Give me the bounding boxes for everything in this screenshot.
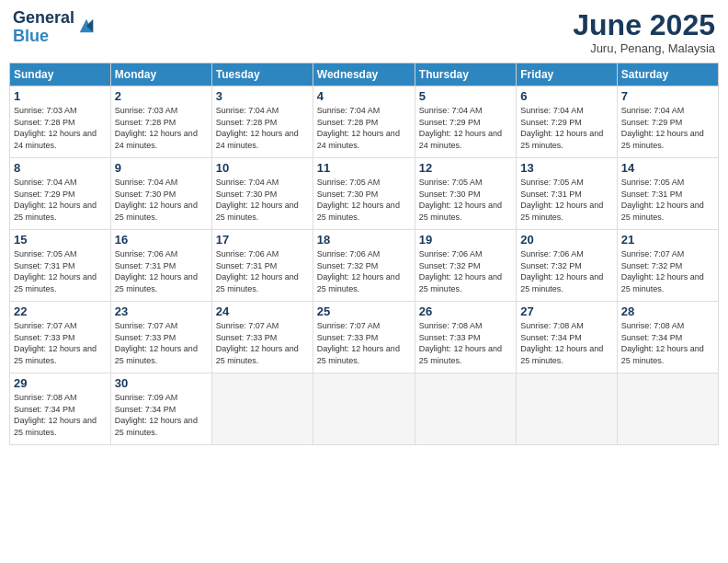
table-row: 17 Sunrise: 7:06 AMSunset: 7:31 PMDaylig… bbox=[211, 230, 313, 302]
day-info: Sunrise: 7:05 AMSunset: 7:30 PMDaylight:… bbox=[419, 178, 502, 222]
day-info: Sunrise: 7:03 AMSunset: 7:28 PMDaylight:… bbox=[14, 106, 97, 150]
calendar-week-3: 15 Sunrise: 7:05 AMSunset: 7:31 PMDaylig… bbox=[10, 230, 719, 302]
table-row: 4 Sunrise: 7:04 AMSunset: 7:28 PMDayligh… bbox=[313, 86, 415, 158]
table-row: 26 Sunrise: 7:08 AMSunset: 7:33 PMDaylig… bbox=[415, 302, 516, 373]
table-row: 10 Sunrise: 7:04 AMSunset: 7:30 PMDaylig… bbox=[211, 158, 313, 230]
day-info: Sunrise: 7:07 AMSunset: 7:32 PMDaylight:… bbox=[621, 249, 704, 293]
table-row: 2 Sunrise: 7:03 AMSunset: 7:28 PMDayligh… bbox=[110, 86, 211, 158]
day-info: Sunrise: 7:08 AMSunset: 7:34 PMDaylight:… bbox=[14, 393, 97, 437]
day-number: 30 bbox=[115, 376, 208, 390]
day-number: 3 bbox=[216, 89, 309, 103]
table-row: 9 Sunrise: 7:04 AMSunset: 7:30 PMDayligh… bbox=[110, 158, 211, 230]
day-number: 12 bbox=[419, 161, 512, 175]
table-row: 16 Sunrise: 7:06 AMSunset: 7:31 PMDaylig… bbox=[110, 230, 211, 302]
table-row bbox=[617, 373, 718, 445]
day-number: 21 bbox=[621, 233, 714, 247]
day-number: 5 bbox=[419, 89, 512, 103]
table-row: 22 Sunrise: 7:07 AMSunset: 7:33 PMDaylig… bbox=[10, 302, 111, 373]
table-row: 8 Sunrise: 7:04 AMSunset: 7:29 PMDayligh… bbox=[10, 158, 111, 230]
table-row: 23 Sunrise: 7:07 AMSunset: 7:33 PMDaylig… bbox=[110, 302, 211, 373]
day-info: Sunrise: 7:07 AMSunset: 7:33 PMDaylight:… bbox=[216, 321, 299, 365]
col-sunday: Sunday bbox=[10, 63, 111, 86]
table-row: 12 Sunrise: 7:05 AMSunset: 7:30 PMDaylig… bbox=[415, 158, 516, 230]
day-number: 20 bbox=[520, 233, 612, 247]
day-number: 8 bbox=[14, 161, 107, 175]
day-number: 13 bbox=[520, 161, 612, 175]
day-number: 23 bbox=[115, 304, 208, 318]
col-wednesday: Wednesday bbox=[313, 63, 415, 86]
logo: General Blue bbox=[13, 9, 97, 46]
day-info: Sunrise: 7:07 AMSunset: 7:33 PMDaylight:… bbox=[115, 321, 198, 365]
calendar-header-row: Sunday Monday Tuesday Wednesday Thursday… bbox=[10, 63, 719, 86]
day-number: 1 bbox=[14, 89, 107, 103]
day-number: 15 bbox=[14, 233, 107, 247]
table-row: 21 Sunrise: 7:07 AMSunset: 7:32 PMDaylig… bbox=[617, 230, 718, 302]
day-number: 10 bbox=[216, 161, 309, 175]
day-info: Sunrise: 7:08 AMSunset: 7:34 PMDaylight:… bbox=[520, 321, 603, 365]
day-number: 11 bbox=[317, 161, 411, 175]
day-number: 26 bbox=[419, 304, 512, 318]
table-row: 20 Sunrise: 7:06 AMSunset: 7:32 PMDaylig… bbox=[517, 230, 617, 302]
table-row bbox=[313, 373, 415, 445]
day-info: Sunrise: 7:06 AMSunset: 7:32 PMDaylight:… bbox=[419, 249, 502, 293]
table-row bbox=[517, 373, 617, 445]
day-number: 17 bbox=[216, 233, 309, 247]
calendar-week-4: 22 Sunrise: 7:07 AMSunset: 7:33 PMDaylig… bbox=[10, 302, 719, 373]
day-info: Sunrise: 7:05 AMSunset: 7:31 PMDaylight:… bbox=[520, 178, 603, 222]
day-number: 19 bbox=[419, 233, 512, 247]
logo-general: General bbox=[13, 8, 74, 27]
table-row: 29 Sunrise: 7:08 AMSunset: 7:34 PMDaylig… bbox=[10, 373, 111, 445]
day-number: 2 bbox=[115, 89, 208, 103]
day-info: Sunrise: 7:06 AMSunset: 7:32 PMDaylight:… bbox=[317, 249, 400, 293]
day-info: Sunrise: 7:09 AMSunset: 7:34 PMDaylight:… bbox=[115, 393, 198, 437]
logo-text: General Blue bbox=[13, 9, 74, 46]
location: Juru, Penang, Malaysia bbox=[573, 41, 715, 55]
table-row: 13 Sunrise: 7:05 AMSunset: 7:31 PMDaylig… bbox=[517, 158, 617, 230]
day-number: 24 bbox=[216, 304, 309, 318]
day-number: 14 bbox=[621, 161, 714, 175]
table-row bbox=[415, 373, 516, 445]
table-row: 27 Sunrise: 7:08 AMSunset: 7:34 PMDaylig… bbox=[517, 302, 617, 373]
table-row: 6 Sunrise: 7:04 AMSunset: 7:29 PMDayligh… bbox=[517, 86, 617, 158]
logo-blue: Blue bbox=[13, 27, 49, 45]
col-friday: Friday bbox=[517, 63, 617, 86]
day-info: Sunrise: 7:07 AMSunset: 7:33 PMDaylight:… bbox=[317, 321, 400, 365]
calendar-week-2: 8 Sunrise: 7:04 AMSunset: 7:29 PMDayligh… bbox=[10, 158, 719, 230]
table-row: 14 Sunrise: 7:05 AMSunset: 7:31 PMDaylig… bbox=[617, 158, 718, 230]
day-number: 6 bbox=[520, 89, 612, 103]
day-number: 16 bbox=[115, 233, 208, 247]
day-info: Sunrise: 7:05 AMSunset: 7:31 PMDaylight:… bbox=[621, 178, 704, 222]
day-info: Sunrise: 7:04 AMSunset: 7:29 PMDaylight:… bbox=[520, 106, 603, 150]
table-row bbox=[211, 373, 313, 445]
day-info: Sunrise: 7:05 AMSunset: 7:31 PMDaylight:… bbox=[14, 249, 97, 293]
table-row: 3 Sunrise: 7:04 AMSunset: 7:28 PMDayligh… bbox=[211, 86, 313, 158]
day-number: 27 bbox=[520, 304, 612, 318]
logo-icon bbox=[76, 16, 97, 36]
table-row: 7 Sunrise: 7:04 AMSunset: 7:29 PMDayligh… bbox=[617, 86, 718, 158]
day-number: 9 bbox=[115, 161, 208, 175]
table-row: 30 Sunrise: 7:09 AMSunset: 7:34 PMDaylig… bbox=[110, 373, 211, 445]
day-number: 25 bbox=[317, 304, 411, 318]
day-info: Sunrise: 7:04 AMSunset: 7:29 PMDaylight:… bbox=[621, 106, 704, 150]
table-row: 28 Sunrise: 7:08 AMSunset: 7:34 PMDaylig… bbox=[617, 302, 718, 373]
table-row: 24 Sunrise: 7:07 AMSunset: 7:33 PMDaylig… bbox=[211, 302, 313, 373]
table-row: 25 Sunrise: 7:07 AMSunset: 7:33 PMDaylig… bbox=[313, 302, 415, 373]
day-info: Sunrise: 7:08 AMSunset: 7:34 PMDaylight:… bbox=[621, 321, 704, 365]
table-row: 18 Sunrise: 7:06 AMSunset: 7:32 PMDaylig… bbox=[313, 230, 415, 302]
col-saturday: Saturday bbox=[617, 63, 718, 86]
day-info: Sunrise: 7:04 AMSunset: 7:30 PMDaylight:… bbox=[115, 178, 198, 222]
day-info: Sunrise: 7:03 AMSunset: 7:28 PMDaylight:… bbox=[115, 106, 198, 150]
day-info: Sunrise: 7:04 AMSunset: 7:28 PMDaylight:… bbox=[216, 106, 299, 150]
day-info: Sunrise: 7:04 AMSunset: 7:29 PMDaylight:… bbox=[419, 106, 502, 150]
day-number: 28 bbox=[621, 304, 714, 318]
col-tuesday: Tuesday bbox=[211, 63, 313, 86]
day-info: Sunrise: 7:06 AMSunset: 7:32 PMDaylight:… bbox=[520, 249, 603, 293]
day-info: Sunrise: 7:07 AMSunset: 7:33 PMDaylight:… bbox=[14, 321, 97, 365]
day-info: Sunrise: 7:06 AMSunset: 7:31 PMDaylight:… bbox=[115, 249, 198, 293]
day-info: Sunrise: 7:04 AMSunset: 7:30 PMDaylight:… bbox=[216, 178, 299, 222]
day-number: 18 bbox=[317, 233, 411, 247]
day-info: Sunrise: 7:06 AMSunset: 7:31 PMDaylight:… bbox=[216, 249, 299, 293]
table-row: 1 Sunrise: 7:03 AMSunset: 7:28 PMDayligh… bbox=[10, 86, 111, 158]
day-number: 22 bbox=[14, 304, 107, 318]
day-info: Sunrise: 7:04 AMSunset: 7:28 PMDaylight:… bbox=[317, 106, 400, 150]
